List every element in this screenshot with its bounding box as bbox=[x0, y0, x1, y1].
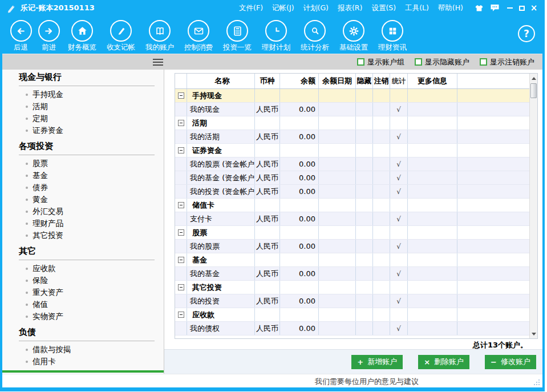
column-header-2[interactable]: 币种 bbox=[255, 74, 280, 88]
scroll-up-icon[interactable] bbox=[530, 74, 537, 82]
checkbox-option-1[interactable]: 显示隐藏账户 bbox=[415, 57, 469, 67]
toolbar-button-home[interactable]: 财务概览 bbox=[63, 16, 102, 54]
table-row[interactable]: 基金 bbox=[175, 253, 529, 267]
toolbar-button-magnifier[interactable]: 统计分析 bbox=[295, 16, 334, 54]
checkbox-box[interactable] bbox=[480, 58, 487, 66]
collapse-icon[interactable] bbox=[178, 92, 184, 99]
sidebar-item[interactable]: 借款与按揭 bbox=[2, 343, 164, 355]
table-row[interactable]: 我的现金人民币0.00√ bbox=[175, 103, 529, 116]
collapse-icon[interactable] bbox=[178, 120, 184, 126]
table-row[interactable]: 储值卡 bbox=[175, 199, 529, 212]
table-row[interactable]: 其它投资 bbox=[175, 281, 529, 294]
table-row[interactable]: 我的投资人民币0.00√ bbox=[175, 294, 529, 308]
sidebar-item[interactable]: 储值 bbox=[2, 298, 164, 310]
scrollbar-thumb[interactable] bbox=[530, 83, 537, 98]
hidden-cell bbox=[356, 294, 373, 308]
table-row[interactable]: 我的股票 (资金帐户)人民币0.00√ bbox=[175, 157, 529, 171]
feedback-icon[interactable] bbox=[490, 4, 500, 12]
toolbar-button-calculator[interactable]: 投资一览 bbox=[218, 16, 257, 54]
toolbar-button-grid[interactable]: 理财资讯 bbox=[373, 16, 412, 54]
sidebar-item[interactable]: 信用卡 bbox=[2, 355, 164, 367]
menu-item-5[interactable]: 工具(L) bbox=[400, 0, 433, 16]
table-row[interactable]: 我的债权人民币0.00√ bbox=[175, 322, 529, 336]
sidebar-item[interactable]: 债券 bbox=[2, 181, 164, 193]
table-row[interactable]: 我的投资 (资金帐户)人民币0.00√ bbox=[175, 185, 529, 199]
sidebar-horizontal-scrollbar[interactable] bbox=[2, 370, 164, 373]
sidebar-item[interactable]: 基金 bbox=[2, 169, 164, 181]
modify-account-button[interactable]: −修改账户 bbox=[485, 355, 536, 369]
toolbar-button-envelope[interactable]: 控制消费 bbox=[179, 16, 218, 54]
toolbar-button-arrow-right[interactable]: 前进 bbox=[35, 16, 63, 54]
sidebar-item[interactable]: 应收款 bbox=[2, 262, 164, 274]
table-row[interactable]: 证券资金 bbox=[175, 144, 529, 157]
sidebar-item[interactable]: 实物资产 bbox=[2, 310, 164, 322]
menu-item-2[interactable]: 计划(G) bbox=[299, 0, 333, 16]
table-row[interactable]: 我的股票人民币0.00√ bbox=[175, 240, 529, 253]
minimize-button[interactable] bbox=[507, 5, 513, 11]
currency-cell: 人民币 bbox=[255, 294, 280, 308]
hamburger-icon[interactable] bbox=[153, 59, 163, 67]
maximize-button[interactable] bbox=[518, 5, 525, 11]
menu-item-1[interactable]: 记帐(J) bbox=[268, 0, 298, 16]
sidebar-item[interactable]: 黄金 bbox=[2, 193, 164, 205]
scroll-down-icon[interactable] bbox=[530, 330, 537, 338]
column-header-7[interactable]: 统计 bbox=[390, 74, 408, 88]
menu-item-0[interactable]: 文件(F) bbox=[234, 0, 268, 16]
checkbox-option-2[interactable]: 显示注销账户 bbox=[480, 57, 534, 67]
sidebar-item[interactable]: 股票 bbox=[2, 157, 164, 169]
sidebar-item[interactable]: 其它投资 bbox=[2, 229, 164, 241]
sidebar-item[interactable]: 保险 bbox=[2, 274, 164, 286]
column-header-4[interactable]: 余额日期 bbox=[319, 74, 356, 88]
table-row[interactable]: 股票 bbox=[175, 226, 529, 240]
currency-cell bbox=[255, 116, 280, 130]
column-header-8[interactable]: 更多信息 bbox=[408, 74, 457, 88]
collapse-icon[interactable] bbox=[178, 312, 184, 318]
currency-cell: 人民币 bbox=[255, 322, 280, 335]
collapse-icon[interactable] bbox=[178, 147, 184, 153]
skin-icon[interactable] bbox=[475, 5, 484, 12]
gear-icon bbox=[343, 20, 364, 42]
menu-item-4[interactable]: 设置(S) bbox=[367, 0, 400, 16]
vertical-scrollbar[interactable] bbox=[529, 74, 537, 338]
toolbar-button-gear[interactable]: 基础设置 bbox=[334, 16, 373, 54]
table-row[interactable]: 我的基金人民币0.00√ bbox=[175, 267, 529, 281]
column-header-1[interactable]: 名称 bbox=[187, 74, 255, 88]
toolbar-button-pencil[interactable]: 收支记帐 bbox=[102, 16, 140, 54]
table-row[interactable]: 支付卡人民币0.00√ bbox=[175, 212, 529, 226]
add-account-button[interactable]: +新增账户 bbox=[351, 355, 403, 369]
column-header-3[interactable]: 余额 bbox=[280, 74, 319, 88]
column-header-6[interactable]: 注销 bbox=[373, 74, 390, 88]
collapse-icon[interactable] bbox=[178, 284, 184, 290]
sidebar-item[interactable]: 定期 bbox=[2, 112, 164, 124]
sidebar-item[interactable]: 理财产品 bbox=[2, 217, 164, 229]
column-header-9[interactable] bbox=[457, 74, 529, 88]
column-header-5[interactable]: 隐藏 bbox=[356, 74, 373, 88]
toolbar-button-arrow-left[interactable]: 后退 bbox=[7, 16, 35, 54]
sidebar-item[interactable]: 重大资产 bbox=[2, 286, 164, 298]
sidebar-item[interactable]: 手持现金 bbox=[2, 88, 164, 100]
table-row[interactable]: 我的活期人民币0.00√ bbox=[175, 130, 529, 144]
menu-item-6[interactable]: 帮助(H) bbox=[433, 0, 468, 16]
help-button[interactable]: ? bbox=[518, 25, 535, 42]
collapse-icon[interactable] bbox=[178, 202, 184, 208]
menu-item-3[interactable]: 报表(R) bbox=[333, 0, 367, 16]
table-row[interactable]: 活期 bbox=[175, 116, 529, 130]
toolbar-button-clock[interactable]: 理财计划 bbox=[257, 16, 295, 54]
checkbox-option-0[interactable]: 显示账户组 bbox=[357, 57, 404, 67]
sidebar-item[interactable]: 外汇交易 bbox=[2, 205, 164, 217]
collapse-icon[interactable] bbox=[178, 229, 184, 236]
column-header-0[interactable] bbox=[175, 74, 187, 88]
toolbar-button-book[interactable]: 我的账户 bbox=[140, 16, 179, 54]
table-row[interactable]: 手持现金 bbox=[175, 89, 529, 103]
delete-account-button[interactable]: ×删除账户 bbox=[418, 355, 469, 369]
table-row[interactable]: 应收款 bbox=[175, 308, 529, 322]
table-row[interactable]: 我的基金 (资金帐户)人民币0.00√ bbox=[175, 171, 529, 185]
sidebar-item[interactable]: 证券资金 bbox=[2, 124, 164, 136]
close-button[interactable]: × bbox=[530, 5, 537, 11]
checkbox-box[interactable] bbox=[415, 58, 422, 66]
collapse-icon[interactable] bbox=[178, 257, 184, 263]
main-body: 现金与银行手持现金活期定期证券资金各项投资股票基金债券黄金外汇交易理财产品其它投… bbox=[2, 70, 542, 374]
sidebar-item[interactable]: 活期 bbox=[2, 100, 164, 112]
resize-grip[interactable] bbox=[533, 378, 540, 385]
checkbox-box[interactable] bbox=[357, 58, 364, 66]
